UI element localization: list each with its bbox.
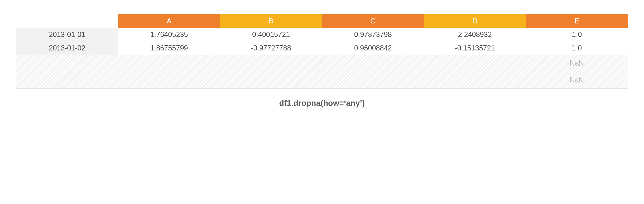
column-header-B: B: [220, 14, 322, 28]
cell-C: 0.97873798: [322, 28, 424, 41]
cell-D: 2.2408932: [424, 28, 526, 41]
code-caption: df1.dropna(how=‘any’): [16, 99, 628, 108]
cell-B: -0.97727788: [220, 41, 322, 55]
column-header-A: A: [118, 14, 220, 28]
cell-A: 1.76405235: [118, 28, 220, 41]
nan-value: NaN: [570, 59, 584, 67]
header-row: A B C D E: [16, 14, 628, 28]
nan-column: NaN NaN: [526, 55, 628, 88]
row-index: 2013-01-02: [16, 41, 118, 55]
cell-E: 1.0: [526, 28, 628, 41]
cell-B: 0.40015721: [220, 28, 322, 41]
dataframe-table: A B C D E 2013-01-01 1.76405235 0.400157…: [16, 14, 628, 89]
cell-E: 1.0: [526, 41, 628, 55]
column-header-D: D: [424, 14, 526, 28]
table-row: 2013-01-02 1.86755799 -0.97727788 0.9500…: [16, 41, 628, 55]
cell-C: 0.95008842: [322, 41, 424, 55]
table-row: 2013-01-01 1.76405235 0.40015721 0.97873…: [16, 28, 628, 41]
column-header-E: E: [526, 14, 628, 28]
index-header-blank: [16, 14, 118, 28]
dropped-rows-area: NaN NaN: [16, 55, 628, 89]
column-header-C: C: [322, 14, 424, 28]
cell-D: -0.15135721: [424, 41, 526, 55]
nan-value: NaN: [570, 76, 584, 84]
cell-A: 1.86755799: [118, 41, 220, 55]
row-index: 2013-01-01: [16, 28, 118, 41]
dataframe: A B C D E 2013-01-01 1.76405235 0.400157…: [16, 14, 628, 55]
